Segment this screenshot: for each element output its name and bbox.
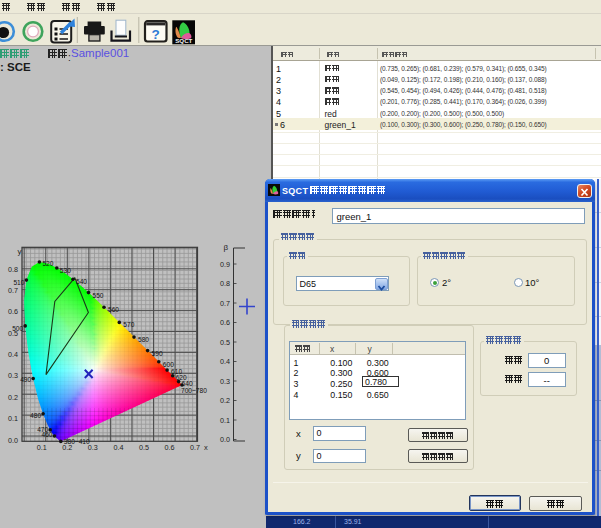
- svg-text:0.0: 0.0: [8, 436, 18, 445]
- svg-text:0.2: 0.2: [62, 443, 72, 452]
- svg-text:0.6: 0.6: [220, 318, 230, 327]
- svg-text:0.8: 0.8: [8, 265, 18, 274]
- svg-text:0.1: 0.1: [37, 443, 47, 452]
- svg-text:β: β: [223, 243, 228, 252]
- svg-text:480: 480: [30, 412, 41, 419]
- svg-text:0.4: 0.4: [8, 350, 18, 359]
- svg-text:0.4: 0.4: [113, 443, 123, 452]
- svg-text:510: 510: [13, 279, 24, 286]
- svg-text:x: x: [204, 443, 208, 452]
- svg-text:0.3: 0.3: [220, 377, 230, 386]
- svg-text:600: 600: [163, 361, 174, 368]
- svg-text:490: 490: [20, 376, 31, 383]
- svg-text:520: 520: [42, 260, 53, 267]
- svg-text:0.7: 0.7: [8, 286, 18, 295]
- svg-text:0.5: 0.5: [220, 338, 230, 347]
- svg-text:0.5: 0.5: [139, 443, 149, 452]
- svg-text:530: 530: [60, 267, 71, 274]
- svg-text:0.2: 0.2: [220, 396, 230, 405]
- svg-text:0.1: 0.1: [8, 414, 18, 423]
- svg-text:0.6: 0.6: [164, 443, 174, 452]
- svg-text:0.5: 0.5: [8, 329, 18, 338]
- svg-text:590: 590: [152, 350, 163, 357]
- svg-text:560: 560: [108, 306, 119, 313]
- svg-text:700~780: 700~780: [181, 387, 207, 394]
- svg-text:0.4: 0.4: [220, 357, 230, 366]
- svg-text:0.8: 0.8: [220, 279, 230, 288]
- svg-text:460: 460: [41, 431, 52, 438]
- svg-text:0.1: 0.1: [220, 416, 230, 425]
- svg-text:0.0: 0.0: [220, 435, 230, 444]
- svg-text:y: y: [18, 247, 22, 256]
- svg-text:0.2: 0.2: [8, 393, 18, 402]
- svg-text:570: 570: [123, 321, 134, 328]
- svg-text:550: 550: [93, 292, 104, 299]
- svg-text:0.7: 0.7: [220, 299, 230, 308]
- svg-text:0.7: 0.7: [190, 443, 200, 452]
- svg-text:540: 540: [76, 278, 87, 285]
- svg-text:0.3: 0.3: [8, 371, 18, 380]
- svg-text:0.3: 0.3: [88, 443, 98, 452]
- svg-text:0.6: 0.6: [8, 307, 18, 316]
- svg-text:0.9: 0.9: [220, 260, 230, 269]
- svg-text:580: 580: [138, 336, 149, 343]
